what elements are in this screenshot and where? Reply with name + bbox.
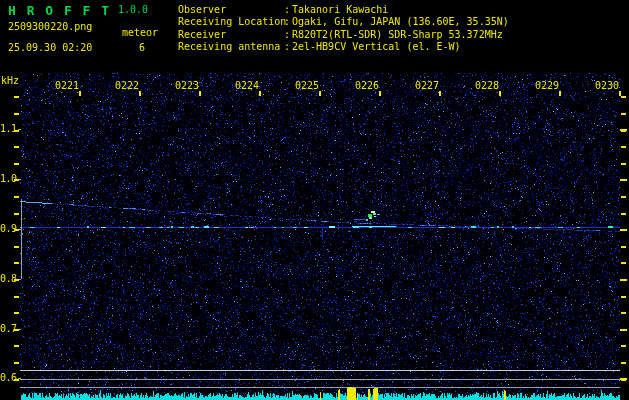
file-name: 2509300220.png — [8, 22, 92, 32]
time-tick-label: 0223 — [175, 81, 199, 91]
spectrogram-canvas — [0, 0, 629, 400]
time-tick-label: 0228 — [475, 81, 499, 91]
mode-label: meteor — [122, 28, 158, 38]
freq-tick-label: 0.8- — [0, 274, 20, 284]
info-colon: : — [284, 4, 292, 16]
info-value: Ogaki, Gifu, JAPAN (136.60E, 35.35N) — [292, 16, 509, 27]
datetime-label: 25.09.30 02:20 — [8, 43, 92, 53]
info-colon: : — [284, 41, 292, 53]
info-label: Observer — [178, 4, 284, 16]
time-tick-label: 0221 — [55, 81, 79, 91]
freq-tick-label: 1.1- — [0, 124, 20, 134]
info-row: Receiving antenna:2el-HB9CV Vertical (el… — [178, 41, 509, 53]
app-title: H R O F F T — [8, 3, 111, 18]
info-value: 2el-HB9CV Vertical (el. E-W) — [292, 41, 461, 52]
freq-tick-label: 0.9- — [0, 224, 20, 234]
info-colon: : — [284, 16, 292, 28]
info-row: Observer:Takanori Kawachi — [178, 4, 509, 16]
time-tick-label: 0229 — [535, 81, 559, 91]
time-tick-label: 0225 — [295, 81, 319, 91]
info-value: R820T2(RTL-SDR) SDR-Sharp 53.372MHz — [292, 29, 503, 40]
time-tick-label: 0226 — [355, 81, 379, 91]
time-tick-label: 0222 — [115, 81, 139, 91]
event-count: 6 — [139, 43, 145, 53]
time-tick-label: 0227 — [415, 81, 439, 91]
info-label: Receiving antenna — [178, 41, 284, 53]
info-colon: : — [284, 29, 292, 41]
info-label: Receiving Location — [178, 16, 284, 28]
station-info: Observer:Takanori KawachiReceiving Locat… — [178, 4, 509, 54]
info-row: Receiver:R820T2(RTL-SDR) SDR-Sharp 53.37… — [178, 29, 509, 41]
time-tick-label: 0230 — [595, 81, 619, 91]
info-row: Receiving Location:Ogaki, Gifu, JAPAN (1… — [178, 16, 509, 28]
freq-axis-unit-label: kHz — [1, 76, 19, 86]
hrofft-screen: H R O F F T 1.0.0 2509300220.png meteor … — [0, 0, 629, 400]
freq-tick-label: 0.6- — [0, 373, 20, 383]
info-value: Takanori Kawachi — [292, 4, 388, 15]
info-label: Receiver — [178, 29, 284, 41]
app-version: 1.0.0 — [118, 5, 148, 15]
freq-tick-label: 1.0- — [0, 174, 20, 184]
freq-tick-label: 0.7- — [0, 324, 20, 334]
time-tick-label: 0224 — [235, 81, 259, 91]
